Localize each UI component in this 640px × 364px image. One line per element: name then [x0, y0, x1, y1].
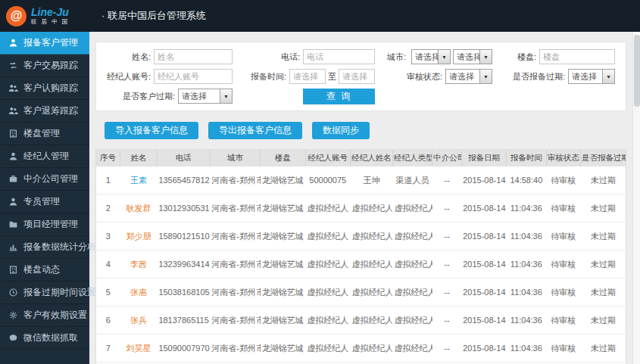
table-row: 6张兵18137865115河南省-郑州市 -新郑市龙湖锦艺城虚拟经纪人虚拟经纪…: [96, 306, 626, 334]
users-icon: [8, 83, 18, 93]
sidebar-item-label: 客户交易跟踪: [23, 59, 78, 72]
sidebar-item-2[interactable]: 客户认购跟踪: [0, 77, 89, 100]
table-header-row: 序号姓名电话城市楼盘经纪人账号经纪人姓名经纪人类型中介公司报备日期报备时间审核状…: [96, 150, 626, 166]
cell-seq: 6: [96, 306, 120, 334]
cell-city: 河南省-郑州市 -新郑市: [210, 166, 260, 194]
table-row: 5张惠15038168105河南省-郑州市 -新郑市龙湖锦艺城虚拟经纪人虚拟经纪…: [96, 278, 626, 306]
exchange-arrows-icon: [8, 61, 18, 70]
sidebar-item-9[interactable]: 报备数据统计分析: [0, 236, 89, 259]
sidebar-item-label: 楼盘管理: [23, 127, 60, 140]
city-province-select[interactable]: 请选择▼: [411, 49, 451, 64]
sidebar-item-8[interactable]: 项目经理管理: [0, 213, 89, 236]
sidebar-item-label: 客户退筹跟踪: [23, 104, 78, 117]
cell-phone: 15890121510: [157, 222, 210, 250]
sidebar-item-12[interactable]: 客户有效期设置: [0, 304, 89, 327]
cell-report_time: 11:04:36: [507, 250, 546, 278]
cell-city: 河南省-郑州市 -新郑市: [210, 250, 260, 278]
import-report-customers-button[interactable]: 导入报备客户信息: [105, 122, 198, 139]
cell-agent_name: 虚拟经纪人: [350, 278, 392, 306]
sidebar-item-6[interactable]: 中介公司管理: [0, 168, 89, 191]
cell-audit_status: 待审核: [546, 334, 580, 362]
customer-name-link[interactable]: 耿发群: [126, 204, 151, 213]
customer-name-link[interactable]: 张兵: [130, 316, 147, 325]
sidebar-item-13[interactable]: 微信数据抓取: [0, 327, 89, 350]
chevron-down-icon: ▼: [438, 50, 450, 64]
cell-name: 耿发群: [120, 194, 157, 222]
phone-input[interactable]: [303, 49, 375, 64]
sidebar-item-label: 报备客户管理: [23, 36, 78, 49]
property-input[interactable]: [539, 49, 615, 64]
filter-label: 城市:: [387, 51, 409, 63]
sidebar-item-3[interactable]: 客户退筹跟踪: [0, 100, 89, 123]
sidebar-item-10[interactable]: 楼盘动态: [0, 259, 89, 282]
sidebar-item-label: 经纪人管理: [23, 150, 69, 163]
cell-property: 龙湖锦艺城: [261, 306, 305, 334]
customer-name-link[interactable]: 王素: [130, 176, 147, 185]
cell-agent_name: 虚拟经纪人: [350, 222, 392, 250]
cell-property: 龙湖锦艺城: [261, 194, 305, 222]
cell-agent_account: 虚拟经纪人: [305, 250, 350, 278]
sidebar-item-label: 专员管理: [23, 195, 60, 208]
cell-report_expired: 未过期: [580, 278, 626, 306]
column-header: 经纪人类型: [392, 150, 432, 166]
scrollbar-thumb[interactable]: [634, 35, 640, 107]
export-report-customers-button[interactable]: 导出报备客户信息: [208, 122, 302, 139]
customer-expired-select[interactable]: 请选择▼: [178, 89, 233, 104]
report-expired-select[interactable]: 请选择▼: [568, 69, 615, 84]
report-time-end-input[interactable]: [339, 69, 375, 84]
table-row: 4李茜13239963414河南省-郑州市 -新郑市龙湖锦艺城虚拟经纪人虚拟经纪…: [96, 250, 626, 278]
report-time-start-input[interactable]: [289, 69, 326, 84]
sidebar-item-0[interactable]: 报备客户管理: [0, 32, 89, 54]
cell-agent_type: 虚拟经纪人: [392, 194, 432, 222]
city-city-select[interactable]: 请选择▼: [453, 49, 492, 64]
cell-phone: 18137865115: [157, 306, 210, 334]
sidebar-item-1[interactable]: 客户交易跟踪: [0, 54, 89, 77]
cell-phone: 13565457812: [157, 166, 210, 194]
search-button[interactable]: 查 询: [303, 89, 375, 104]
select-value: 请选择: [412, 51, 438, 63]
sidebar-item-5[interactable]: 经纪人管理: [0, 145, 89, 168]
cell-name: 王素: [120, 166, 157, 194]
data-sync-button[interactable]: 数据同步: [312, 122, 370, 139]
cell-phone: 15038168105: [157, 278, 210, 306]
chevron-down-icon: ▼: [602, 70, 614, 83]
cell-name: 郑少朋: [120, 222, 157, 250]
column-header: 中介公司: [432, 150, 461, 166]
sidebar-item-label: 项目经理管理: [23, 218, 78, 231]
name-input[interactable]: [154, 49, 233, 64]
cell-agent_account: 虚拟经纪人: [305, 334, 350, 362]
customer-name-link[interactable]: 张惠: [130, 288, 147, 297]
column-header: 姓名: [120, 150, 157, 166]
cell-phone: 13239963414: [157, 250, 210, 278]
logo-text: Line-Ju 联 居 中 国: [31, 7, 69, 25]
column-header: 报备日期: [461, 150, 506, 166]
customer-name-link[interactable]: 郑少朋: [126, 232, 151, 241]
logo: @ Line-Ju 联 居 中 国: [0, 6, 94, 26]
cell-agent_type: 虚拟经纪人: [392, 250, 432, 278]
select-value: 请选择: [569, 71, 597, 82]
chevron-down-icon: ▼: [479, 50, 492, 64]
cell-agent_account: 虚拟经纪人: [305, 194, 350, 222]
cell-agent_name: 虚拟经纪人: [350, 250, 392, 278]
filter-label: 报备时间:: [251, 71, 289, 82]
sidebar-item-4[interactable]: 楼盘管理: [0, 123, 89, 145]
filter-label: 姓名:: [132, 51, 154, 63]
sidebar-item-7[interactable]: 专员管理: [0, 191, 89, 213]
cell-report_time: 14:58:40: [507, 166, 546, 194]
brand-subtitle: 联 居 中 国: [31, 19, 69, 25]
cell-seq: 4: [96, 250, 120, 278]
cell-report_date: 2015-08-14: [461, 166, 506, 194]
agent-account-input[interactable]: [154, 69, 233, 84]
cell-property: 龙湖锦艺城: [261, 250, 305, 278]
vertical-scrollbar[interactable]: [632, 32, 640, 364]
select-value: 请选择: [446, 71, 474, 82]
audit-status-select[interactable]: 请选择▼: [445, 69, 492, 84]
cell-agent_account: 50000075: [305, 166, 350, 194]
sidebar-item-11[interactable]: 报备过期时间设置: [0, 282, 89, 304]
cell-agent_type: 虚拟经纪人: [392, 278, 432, 306]
customer-name-link[interactable]: 刘昊星: [126, 344, 151, 353]
cell-agency: --: [432, 278, 461, 306]
customer-name-link[interactable]: 李茜: [130, 260, 147, 269]
column-header: 经纪人账号: [305, 150, 350, 166]
column-header: 是否报备过期: [580, 150, 626, 166]
